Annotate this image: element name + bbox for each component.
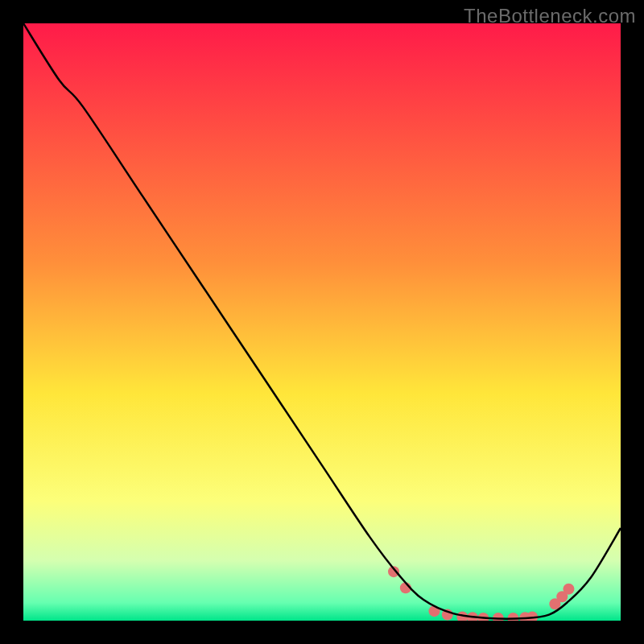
plot-area	[23, 23, 621, 621]
curve-marker	[563, 584, 574, 595]
chart-frame: TheBottleneck.com	[0, 0, 644, 644]
chart-svg	[23, 23, 621, 621]
gradient-background	[23, 23, 621, 621]
